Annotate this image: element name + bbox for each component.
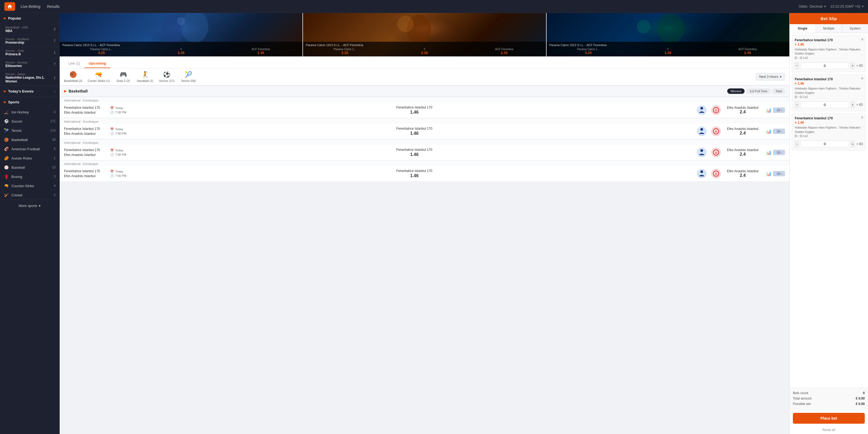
- bet-entry-close-0[interactable]: ✕: [861, 37, 864, 41]
- sports-item-6[interactable]: ⚾ Baseball 10: [0, 163, 59, 172]
- stake-minus-btn-2[interactable]: −: [795, 141, 799, 148]
- match-more-btn-3[interactable]: 10 ›: [773, 171, 785, 176]
- sports-item-name-7: Boxing: [11, 175, 51, 179]
- popular-item-4[interactable]: Soccer - Japan Nadeshiko League, Div.1, …: [0, 70, 59, 86]
- sport-filter-icon-4: ⚽: [163, 71, 170, 78]
- match-stats-0[interactable]: 📊: [764, 108, 773, 113]
- match-time-item-0: 🕐 7:00 PM: [110, 111, 132, 114]
- stake-plus-btn-1[interactable]: +: [850, 101, 855, 108]
- next-hours-arrow: ▾: [780, 75, 781, 79]
- svg-point-10: [701, 107, 703, 110]
- stake-minus-btn-0[interactable]: −: [795, 62, 799, 69]
- sports-item-3[interactable]: 🏀 Basketball 29: [0, 135, 59, 144]
- banner-2[interactable]: Parama Calcio 1913 S.r.L. - ACF Fiorenti…: [547, 13, 789, 56]
- stake-plus-btn-2[interactable]: +: [850, 141, 855, 148]
- match-stats-2[interactable]: 📊: [764, 150, 773, 155]
- reset-all-button[interactable]: Reset all: [789, 426, 868, 434]
- bs-tab-2[interactable]: System: [842, 24, 868, 33]
- sport-filter-tab-5[interactable]: 🎾 Tennis (58): [180, 71, 197, 83]
- more-sports-btn[interactable]: More sports ▾: [0, 200, 59, 212]
- results-link[interactable]: Results: [47, 4, 60, 9]
- match-main-odds-3[interactable]: Fenerbahce Istanbul 170 1.46: [132, 169, 697, 178]
- stake-plus-btn-0[interactable]: +: [850, 62, 855, 69]
- svg-point-13: [701, 128, 703, 131]
- banner-odd-team2-0[interactable]: ACF Fiorentina 2.35: [222, 48, 300, 55]
- match-away-odds-0[interactable]: Efes Anadolu Istanbul 2.4: [721, 106, 764, 115]
- calendar-icon-1: 📅: [110, 127, 114, 131]
- todays-events-header[interactable]: ▶ Today's Events ›: [0, 86, 59, 97]
- bet-entry-close-1[interactable]: ✕: [861, 76, 864, 81]
- banner-1[interactable]: Parama Calcio 1913 S.r.L. - ACF Fiorenti…: [303, 13, 546, 56]
- match-away-odds-1[interactable]: Efes Anadolu Istanbul 2.4: [721, 127, 764, 135]
- match-away-odds-3[interactable]: Efes Anadolu Istanbul 2.4: [721, 169, 764, 178]
- sports-item-8[interactable]: 🔫 Counter-Strike 4: [0, 181, 59, 190]
- live-tab[interactable]: Live (1): [64, 59, 84, 68]
- match-row-2: Fenerbahce Istanbul 170 Efes Anadolu Ist…: [60, 145, 789, 160]
- banner-odd-x-1[interactable]: X 3.26: [385, 48, 464, 55]
- match-time-text-1: 7:00 PM: [115, 132, 126, 135]
- bs-tab-1[interactable]: Multiple: [816, 24, 842, 33]
- stake-input-1[interactable]: [801, 101, 849, 108]
- market-tab-1[interactable]: 1x2 Full Time: [746, 88, 770, 94]
- banner-odd-x-2[interactable]: X 3.26: [629, 48, 707, 55]
- banner-odd-team2-2[interactable]: ACF Fiorentina 2.35: [709, 48, 786, 55]
- stake-input-0[interactable]: [801, 62, 849, 69]
- banner-odd-team1-2[interactable]: Parama Calcio 1... 3.25: [549, 48, 627, 55]
- match-team2-2: Efes Anadolu Istanbul: [64, 152, 107, 157]
- sports-item-9[interactable]: 🏏 Cricket 2: [0, 190, 59, 199]
- sports-item-2[interactable]: 🎾 Tennis 114: [0, 126, 59, 135]
- popular-items: Basketball - USA NBA 2 Soccer - Scotland…: [0, 24, 59, 86]
- match-main-odds-2[interactable]: Fenerbahce Istanbul 170 1.46: [132, 148, 697, 157]
- popular-item-3[interactable]: Soccer - Norway Eliteserien 7: [0, 59, 59, 70]
- app-logo[interactable]: [4, 2, 15, 11]
- banner-odd-x-0[interactable]: X 3.26: [142, 48, 220, 55]
- popular-item-2[interactable]: Soccer - Chile Primera B 1: [0, 47, 59, 59]
- sports-item-4[interactable]: 🏈 American Football 5: [0, 144, 59, 154]
- bet-entry-close-2[interactable]: ✕: [861, 115, 864, 120]
- sports-item-5[interactable]: 🏉 Aussie Rules 1: [0, 154, 59, 163]
- sport-filter-tab-3[interactable]: 🤾 Handball (1): [137, 71, 153, 83]
- stake-minus-btn-1[interactable]: −: [795, 101, 799, 108]
- popular-header[interactable]: ▶ Popular: [0, 13, 59, 24]
- stake-input-2[interactable]: [801, 141, 849, 147]
- place-bet-button[interactable]: Place bet: [793, 413, 865, 424]
- banner-odd-team2-1[interactable]: ACF Fiorentina 2.35: [465, 48, 543, 55]
- market-tab-2[interactable]: Total: [772, 88, 785, 94]
- popular-item-1[interactable]: Soccer - Scotland Premiership 7: [0, 35, 59, 47]
- match-teams-3: Fenerbahce Istanbul 170 Efes Anadolu Ist…: [64, 169, 107, 179]
- bs-tab-0[interactable]: Single: [789, 24, 816, 33]
- match-main-odds-0[interactable]: Fenerbahce Istanbul 170 1.46: [132, 105, 697, 115]
- sport-filter-tab-1[interactable]: 🔫 Conter-Strike (1): [88, 71, 110, 83]
- banner-odd-team1-0[interactable]: Parama Calcio 1... 3.25: [62, 48, 141, 55]
- match-more-btn-2[interactable]: 10 ›: [773, 150, 785, 155]
- upcoming-tab[interactable]: Upcoming: [84, 59, 111, 68]
- banner-odd-team1-1[interactable]: Parama Calcio 1... 3.25: [306, 48, 384, 55]
- popular-item-0[interactable]: Basketball - USA NBA 2: [0, 24, 59, 35]
- odds-selector[interactable]: Odds: Decimal ▾: [799, 4, 826, 8]
- market-tab-0[interactable]: Winners: [727, 88, 745, 94]
- match-time-item-1: 🕐 7:00 PM: [110, 132, 132, 135]
- sports-item-7[interactable]: 🥊 Boxing 3: [0, 172, 59, 181]
- sports-item-1[interactable]: ⚽ Soccer 171: [0, 117, 59, 126]
- bet-entry-odd-2: × 1.46: [795, 121, 863, 124]
- match-stats-1[interactable]: 📊: [764, 129, 773, 134]
- live-betting-link[interactable]: Live Betting: [21, 4, 40, 9]
- sport-filter-tab-4[interactable]: ⚽ Soccer (27): [159, 71, 175, 83]
- popular-label: Popular: [8, 16, 21, 20]
- sport-filter-tab-0[interactable]: 🏀 Basketball (2): [64, 71, 82, 83]
- sports-item-count-2: 114: [50, 129, 56, 132]
- next-hours-button[interactable]: Next 3 Hours ▾: [756, 73, 785, 81]
- banner-0[interactable]: Parama Calcio 1913 S.r.L. - ACF Fiorenti…: [60, 13, 303, 56]
- match-stats-3[interactable]: 📊: [764, 171, 773, 176]
- sport-filter-tab-2[interactable]: 🎮 Dota 2 (2): [115, 71, 131, 83]
- match-away-odds-2[interactable]: Efes Anadolu Istanbul 2.4: [721, 148, 764, 157]
- banner-info-0: Parama Calcio 1913 S.r.L. - ACF Fiorenti…: [60, 42, 303, 56]
- sports-header[interactable]: ▶ Sports: [0, 97, 59, 107]
- match-main-odds-1[interactable]: Fenerbahce Istanbul 170 1.46: [132, 127, 697, 136]
- stats-chart-icon-0: 📊: [766, 108, 771, 113]
- match-more-btn-0[interactable]: 10 ›: [773, 107, 785, 113]
- match-more-btn-1[interactable]: 10 ›: [773, 129, 785, 134]
- sports-item-0[interactable]: 🏒 Ice Hockey 4: [0, 107, 59, 117]
- sport-filter-icon-0: 🏀: [69, 71, 77, 78]
- banner-info-1: Parama Calcio 1913 S.r.L. - ACF Fiorenti…: [303, 42, 546, 56]
